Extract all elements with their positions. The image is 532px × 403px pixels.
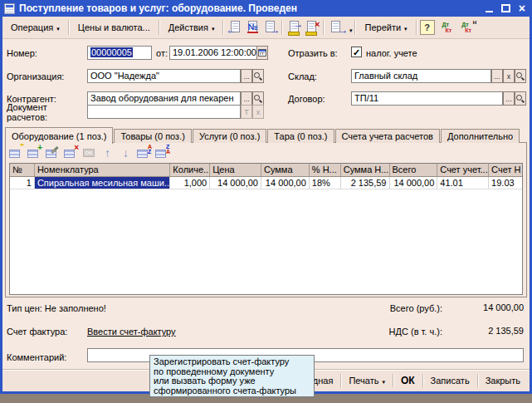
warehouse-label: Склад: <box>288 71 317 81</box>
dtkt-postings-button[interactable]: Дт Кт <box>440 22 455 33</box>
finish-edit-button[interactable]: OK <box>81 145 97 160</box>
credit-label: Кт <box>446 27 452 33</box>
settlement-doc-text-button[interactable]: T <box>241 105 252 119</box>
credit-label: Кт <box>465 27 471 33</box>
vat-label: НДС (в т. ч.): <box>334 327 442 337</box>
organization-open-button[interactable] <box>252 69 264 83</box>
column-header: Всего <box>390 164 438 176</box>
dtkt-tax-postings-button[interactable]: Дт Кт Н <box>459 22 474 33</box>
set-number-button[interactable]: № <box>244 19 261 37</box>
cell-line-number[interactable]: 1 <box>10 177 35 189</box>
calendar-button[interactable] <box>256 46 268 60</box>
cell-price[interactable]: 14 000,00 <box>210 177 261 189</box>
form-content: Операция ▾ Цены и валюта... Действия ▾ ←… <box>2 17 530 391</box>
contractor-input[interactable]: Завод оборудования для пекарен <box>87 91 241 106</box>
tab-additional[interactable]: Дополнительно <box>441 129 520 143</box>
toolbar-separator <box>281 20 283 35</box>
settlement-doc-clear-button[interactable]: x <box>252 105 264 119</box>
tab-goods[interactable]: Товары (0 поз.) <box>114 129 191 143</box>
maximize-icon[interactable] <box>501 4 510 12</box>
goto-menu-button[interactable]: Перейти ▾ <box>359 20 412 35</box>
date-input[interactable]: 19.01.2006 12:00:00 <box>169 46 257 60</box>
write-document-button[interactable]: → <box>261 19 279 37</box>
tab-strip: Оборудование (1 поз.) Товары (0 поз.) Ус… <box>5 126 520 143</box>
warehouse-input[interactable]: Главный склад <box>351 69 491 83</box>
contract-select-button[interactable]: ... <box>503 91 515 106</box>
actions-menu-button[interactable]: Действия ▾ <box>163 20 221 35</box>
column-header: № <box>10 164 35 176</box>
window-titlebar: Поступление товаров и услуг: оборудовани… <box>0 0 532 17</box>
tab-containers[interactable]: Тара (0 поз.) <box>267 129 334 143</box>
contract-open-button[interactable] <box>515 91 526 106</box>
cell-vat-account[interactable]: 19.03 <box>489 177 522 189</box>
enter-invoice-link[interactable]: Ввести счет-фактуру <box>87 327 176 337</box>
chevron-down-icon: ▾ <box>349 26 353 33</box>
settlement-doc-input[interactable] <box>87 105 241 119</box>
number-value: 00000005 <box>90 47 133 57</box>
tax-accounting-checkbox[interactable]: ✓ <box>351 47 362 57</box>
cell-account[interactable]: 41.01 <box>437 177 489 189</box>
rows-icon <box>27 150 38 158</box>
close-icon[interactable]: × <box>519 2 525 14</box>
move-row-up-button[interactable]: ↑ <box>100 145 115 160</box>
organization-select-button[interactable]: ... <box>241 69 252 83</box>
move-row-down-button[interactable]: ↓ <box>118 145 134 160</box>
copy-row-button[interactable]: + <box>27 145 42 160</box>
reread-document-button[interactable]: ← <box>227 19 244 37</box>
sort-descending-button[interactable]: Z A <box>154 145 170 160</box>
items-table: № Номенклатура Количе... Цена Сумма % Н.… <box>9 163 523 295</box>
post-document-button[interactable]: → <box>286 19 303 37</box>
cell-amount[interactable]: 14 000,00 <box>261 177 310 189</box>
column-header: Сумма <box>261 164 310 176</box>
add-row-button[interactable]: * <box>8 145 24 160</box>
tab-settlement-accounts[interactable]: Счета учета расчетов <box>335 129 440 143</box>
contractor-open-button[interactable] <box>252 91 264 106</box>
contract-input[interactable]: ТП/11 <box>351 91 503 106</box>
ok-button[interactable]: ОК <box>393 372 422 389</box>
table-row[interactable]: 1 Спиральная месильная маши... 1,000 14 … <box>10 177 522 189</box>
create-based-on-button[interactable]: → ▾ <box>327 19 352 37</box>
prices-currency-button[interactable]: Цены и валюта... <box>72 20 156 35</box>
delete-row-button[interactable]: × <box>63 145 79 160</box>
calendar-icon <box>258 49 266 57</box>
print-label: Печать <box>349 376 378 386</box>
save-button[interactable]: Записать <box>423 373 477 388</box>
column-header: Цена <box>210 164 261 176</box>
organization-input[interactable]: ООО "Надежда" <box>87 69 241 83</box>
warehouse-open-button[interactable] <box>515 69 526 83</box>
sort-ascending-button[interactable]: A Z <box>136 145 152 160</box>
date-prefix-label: от: <box>156 48 168 58</box>
goto-menu-label: Перейти <box>364 22 401 32</box>
number-sign-icon: № <box>247 22 257 33</box>
rows-icon <box>9 150 20 158</box>
total-value: 14 000,00 <box>451 302 524 312</box>
cell-nomenclature[interactable]: Спиральная месильная маши... <box>35 177 170 189</box>
cell-total[interactable]: 14 000,00 <box>390 177 438 189</box>
contractor-select-button[interactable]: ... <box>241 91 252 106</box>
cell-vat-amount[interactable]: 2 135,59 <box>341 177 390 189</box>
warehouse-select-button[interactable]: ... <box>491 69 503 83</box>
command-toolbar: Операция ▾ Цены и валюта... Действия ▾ ←… <box>2 17 530 39</box>
total-label: Всего (руб.): <box>334 303 442 313</box>
close-form-button[interactable]: Закрыть <box>478 373 528 388</box>
ok-floppy-icon: OK <box>83 149 95 157</box>
number-label: Номер: <box>7 48 37 58</box>
tab-services[interactable]: Услуги (0 поз.) <box>193 129 266 143</box>
help-button[interactable]: ? <box>420 20 435 35</box>
operation-menu-button[interactable]: Операция ▾ <box>5 20 66 35</box>
chevron-down-icon: ▾ <box>382 377 385 385</box>
warehouse-clear-button[interactable]: x <box>503 69 515 83</box>
ledger-icon <box>288 32 300 36</box>
tab-equipment[interactable]: Оборудование (1 поз.) <box>5 127 113 144</box>
cell-quantity[interactable]: 1,000 <box>170 177 210 189</box>
chevron-down-icon: ▾ <box>56 24 60 32</box>
minimize-icon[interactable] <box>486 11 493 12</box>
cell-vat-rate[interactable]: 18% <box>310 177 341 189</box>
sort-za-icon: Z A <box>166 145 170 155</box>
tooltip-line: Зарегистрировать счет-фактуру <box>154 357 310 367</box>
number-input[interactable]: 00000005 <box>87 46 152 60</box>
unpost-document-button[interactable]: × <box>303 19 320 37</box>
print-button[interactable]: Печать ▾ <box>341 373 393 388</box>
toolbar-separator <box>159 20 160 35</box>
edit-row-button[interactable] <box>45 145 61 160</box>
